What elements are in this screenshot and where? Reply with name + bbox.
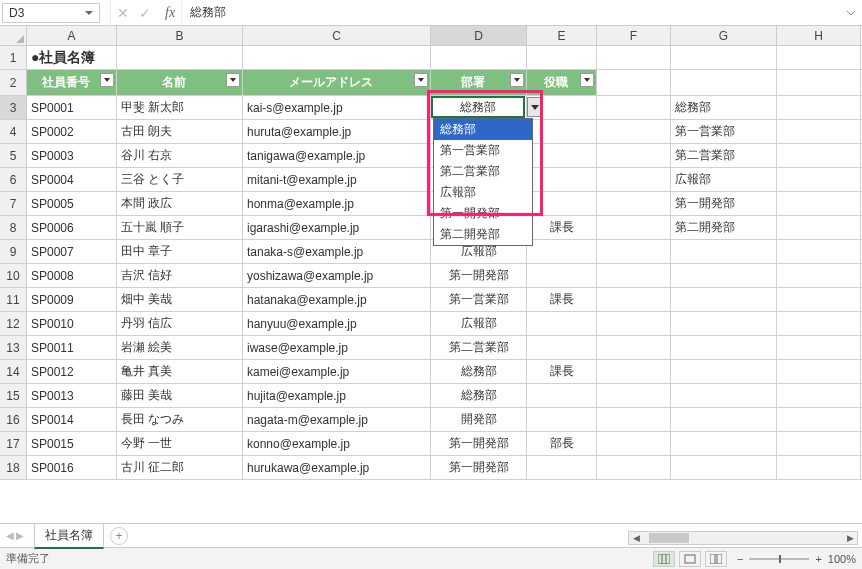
cell-g[interactable] — [671, 264, 777, 287]
cell-g[interactable]: 広報部 — [671, 168, 777, 191]
cell-role[interactable] — [527, 456, 597, 479]
cell-h[interactable] — [777, 240, 861, 263]
cell-dept[interactable]: 開発部 — [431, 408, 527, 431]
row-header-9[interactable]: 9 — [0, 240, 27, 263]
row-header-6[interactable]: 6 — [0, 168, 27, 191]
filter-icon[interactable] — [510, 73, 524, 87]
cell-id[interactable]: SP0011 — [27, 336, 117, 359]
cell-name[interactable]: 田中 章子 — [117, 240, 243, 263]
cell-id[interactable]: SP0007 — [27, 240, 117, 263]
cell-g[interactable] — [671, 360, 777, 383]
cell-dept[interactable]: 総務部 — [431, 384, 527, 407]
cell-name[interactable]: 三谷 とく子 — [117, 168, 243, 191]
dropdown-option[interactable]: 第二開発部 — [434, 224, 532, 245]
cell-email[interactable]: konno@example.jp — [243, 432, 431, 455]
cell-f[interactable] — [597, 216, 671, 239]
cell-role[interactable] — [527, 384, 597, 407]
th-role[interactable]: 役職 — [527, 70, 597, 95]
page-layout-icon[interactable] — [679, 551, 701, 567]
cell-id[interactable]: SP0016 — [27, 456, 117, 479]
row-header-11[interactable]: 11 — [0, 288, 27, 311]
row-header-17[interactable]: 17 — [0, 432, 27, 455]
cell-id[interactable]: SP0014 — [27, 408, 117, 431]
scroll-left-icon[interactable]: ◀ — [629, 533, 643, 543]
row-header-7[interactable]: 7 — [0, 192, 27, 215]
cell-h[interactable] — [777, 456, 861, 479]
col-header-g[interactable]: G — [671, 26, 777, 45]
row-header-15[interactable]: 15 — [0, 384, 27, 407]
row-header-2[interactable]: 2 — [0, 70, 27, 95]
cell-name[interactable]: 谷川 右京 — [117, 144, 243, 167]
cell-email[interactable]: hurukawa@example.jp — [243, 456, 431, 479]
cell-g[interactable] — [671, 312, 777, 335]
cell-name[interactable]: 古田 朗夫 — [117, 120, 243, 143]
cell-f[interactable] — [597, 192, 671, 215]
cell-id[interactable]: SP0006 — [27, 216, 117, 239]
horizontal-scrollbar[interactable]: ◀ ▶ — [628, 531, 858, 545]
cell-g[interactable]: 第一開発部 — [671, 192, 777, 215]
cell-f[interactable] — [597, 168, 671, 191]
cell-role[interactable] — [527, 336, 597, 359]
cell-f[interactable] — [597, 288, 671, 311]
cell-dept[interactable]: 第二営業部 — [431, 336, 527, 359]
cell-f[interactable] — [597, 384, 671, 407]
cell-email[interactable]: hujita@example.jp — [243, 384, 431, 407]
cell-id[interactable]: SP0003 — [27, 144, 117, 167]
cell-id[interactable]: SP0008 — [27, 264, 117, 287]
cell-f[interactable] — [597, 312, 671, 335]
row-header-8[interactable]: 8 — [0, 216, 27, 239]
cell-role[interactable] — [527, 312, 597, 335]
cell-id[interactable]: SP0002 — [27, 120, 117, 143]
th-email[interactable]: メールアドレス — [243, 70, 431, 95]
cell-g[interactable]: 第一営業部 — [671, 120, 777, 143]
filter-icon[interactable] — [580, 73, 594, 87]
cell-h[interactable] — [777, 96, 861, 119]
cell-name[interactable]: 亀井 真美 — [117, 360, 243, 383]
cell-h[interactable] — [777, 168, 861, 191]
sheet-tab-active[interactable]: 社員名簿 — [34, 523, 104, 549]
cell-h[interactable] — [777, 432, 861, 455]
cell-role[interactable] — [527, 192, 597, 215]
cell-f[interactable] — [597, 240, 671, 263]
cell-name[interactable]: 畑中 美哉 — [117, 288, 243, 311]
cell-h[interactable] — [777, 120, 861, 143]
row-header-14[interactable]: 14 — [0, 360, 27, 383]
filter-icon[interactable] — [414, 73, 428, 87]
cell-h[interactable] — [777, 288, 861, 311]
cell-f[interactable] — [597, 336, 671, 359]
cancel-icon[interactable]: ✕ — [117, 5, 129, 21]
cell-g[interactable] — [671, 384, 777, 407]
cell-h[interactable] — [777, 144, 861, 167]
cell-email[interactable]: kamei@example.jp — [243, 360, 431, 383]
cell-id[interactable]: SP0013 — [27, 384, 117, 407]
cell-dept[interactable]: 第一開発部 — [431, 432, 527, 455]
add-sheet-button[interactable]: + — [110, 527, 128, 545]
formula-input[interactable]: 総務部 — [181, 0, 840, 26]
zoom-slider[interactable] — [749, 558, 809, 560]
cell-g[interactable] — [671, 240, 777, 263]
cell-h[interactable] — [777, 408, 861, 431]
cell-dept[interactable]: 総務部 — [431, 360, 527, 383]
cell-role[interactable]: 課長 — [527, 360, 597, 383]
cell-name[interactable]: 藤田 美哉 — [117, 384, 243, 407]
cell-role[interactable] — [527, 144, 597, 167]
cell-email[interactable]: tanigawa@example.jp — [243, 144, 431, 167]
row-header-5[interactable]: 5 — [0, 144, 27, 167]
col-header-d[interactable]: D — [431, 26, 527, 45]
row-header-13[interactable]: 13 — [0, 336, 27, 359]
dropdown-list[interactable]: 総務部第一営業部第二営業部広報部第一開発部第二開発部 — [433, 118, 533, 246]
cell-id[interactable]: SP0015 — [27, 432, 117, 455]
cell-role[interactable] — [527, 120, 597, 143]
cell-h[interactable] — [777, 264, 861, 287]
cell-f[interactable] — [597, 432, 671, 455]
cell-email[interactable]: mitani-t@example.jp — [243, 168, 431, 191]
cell-dept[interactable]: 第一開発部 — [431, 264, 527, 287]
cell-email[interactable]: igarashi@example.jp — [243, 216, 431, 239]
dropdown-option[interactable]: 広報部 — [434, 182, 532, 203]
row-header-3[interactable]: 3 — [0, 96, 27, 119]
tab-next-icon[interactable]: ▶ — [16, 530, 24, 541]
cell-name[interactable]: 丹羽 信広 — [117, 312, 243, 335]
filter-icon[interactable] — [226, 73, 240, 87]
cell-id[interactable]: SP0001 — [27, 96, 117, 119]
col-header-c[interactable]: C — [243, 26, 431, 45]
